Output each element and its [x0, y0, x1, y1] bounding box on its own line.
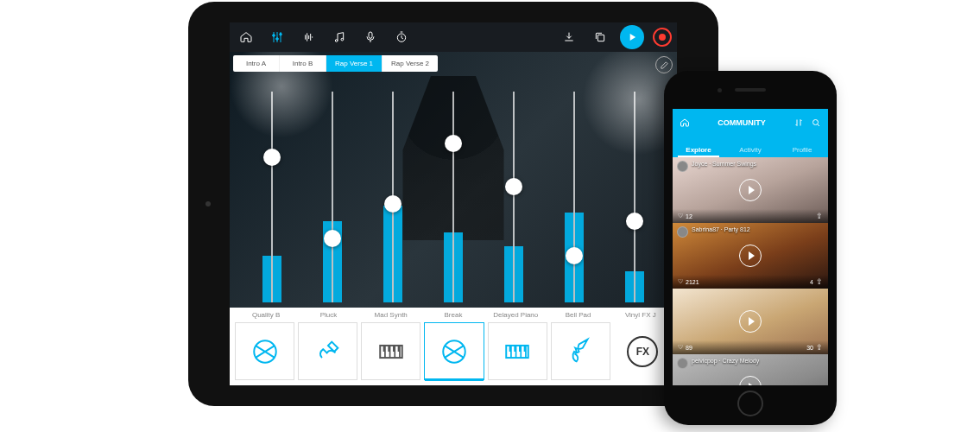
section-tab[interactable]: Rap Verse 2	[383, 55, 438, 72]
play-button[interactable]	[620, 25, 644, 49]
section-tabs: Intro AIntro BRap Verse 1Rap Verse 2	[233, 55, 438, 72]
mixer-channel	[363, 92, 423, 302]
level-meter	[504, 246, 523, 302]
keys-icon	[503, 337, 532, 366]
fader-knob[interactable]	[324, 230, 341, 247]
timer-icon[interactable]	[390, 26, 413, 48]
comment-count: 30	[806, 345, 813, 351]
phone-speaker	[735, 88, 766, 92]
home-icon[interactable]	[680, 118, 690, 128]
instrument-label: Break	[422, 311, 484, 319]
keys-icon	[376, 337, 406, 366]
level-meter	[444, 232, 463, 302]
community-tab[interactable]: Explore	[673, 146, 724, 157]
mixer-icon[interactable]	[266, 26, 288, 48]
level-meter	[625, 271, 644, 302]
share-icon[interactable]: ⇪	[816, 343, 823, 352]
mixer-channel	[484, 92, 544, 302]
instrument-label: Pluck	[297, 311, 359, 319]
avatar[interactable]	[677, 226, 688, 238]
fader-knob[interactable]	[626, 213, 643, 230]
section-tab[interactable]: Rap Verse 1	[326, 55, 383, 72]
music-note-icon[interactable]	[328, 26, 351, 48]
level-meter	[383, 206, 402, 302]
like-count: 89	[686, 345, 692, 351]
heart-icon[interactable]: ♡	[678, 213, 683, 219]
svg-point-8	[813, 120, 819, 125]
fader-knob[interactable]	[445, 135, 462, 152]
mixer-channel	[423, 92, 484, 302]
section-tab[interactable]: Intro A	[233, 55, 280, 72]
community-app: COMMUNITY ExploreActivityProfile Joyce ·…	[673, 109, 828, 385]
heart-icon[interactable]: ♡	[678, 344, 683, 351]
svg-point-4	[341, 38, 344, 41]
download-icon[interactable]	[558, 26, 580, 48]
svg-point-2	[280, 33, 282, 35]
sort-icon[interactable]	[793, 118, 804, 128]
instrument-button[interactable]	[551, 322, 610, 380]
share-icon[interactable]: ⇪	[816, 212, 823, 220]
tablet-device: Intro AIntro BRap Verse 1Rap Verse 2 Qua…	[188, 2, 718, 406]
drum-icon	[439, 337, 469, 366]
community-tab[interactable]: Activity	[724, 146, 776, 157]
fx-button[interactable]: FX	[614, 322, 672, 380]
fader-knob[interactable]	[505, 178, 522, 195]
instrument-button[interactable]	[424, 322, 484, 380]
instrument-button[interactable]	[488, 322, 547, 380]
play-overlay-icon[interactable]	[739, 310, 762, 333]
phone-home-button[interactable]	[737, 391, 763, 416]
svg-rect-5	[369, 32, 372, 38]
feed-stats: ♡21214⇪	[673, 275, 828, 289]
feed-item[interactable]: Joyce · Summer Swings♡12⇪	[673, 157, 828, 223]
search-icon[interactable]	[811, 118, 821, 128]
feed-title: Sabrina87 · Party 812	[692, 226, 750, 232]
like-count: 2121	[686, 279, 699, 285]
instrument-button[interactable]	[298, 322, 357, 380]
heart-icon[interactable]: ♡	[678, 278, 683, 285]
record-button[interactable]	[653, 28, 672, 47]
drum-icon	[250, 337, 280, 366]
duplicate-icon[interactable]	[589, 26, 611, 48]
comment-count: 4	[810, 279, 813, 285]
share-icon[interactable]: ⇪	[816, 277, 823, 286]
home-icon[interactable]	[235, 26, 257, 48]
feed-item[interactable]: Sabrina87 · Party 812♡21214⇪	[673, 223, 828, 289]
play-overlay-icon[interactable]	[739, 179, 762, 201]
feed-item[interactable]: pelvicpop · Crazy Melody	[673, 354, 828, 385]
svg-rect-7	[597, 35, 604, 41]
community-feed: Joyce · Summer Swings♡12⇪Sabrina87 · Par…	[673, 157, 828, 385]
mixer-channel	[544, 92, 604, 302]
guitar-icon	[313, 337, 343, 366]
feed-item[interactable]: ♡8930⇪	[673, 289, 828, 354]
svg-point-0	[273, 35, 275, 37]
music-app: Intro AIntro BRap Verse 1Rap Verse 2 Qua…	[230, 22, 677, 385]
mixer-stage: Intro AIntro BRap Verse 1Rap Verse 2	[230, 52, 677, 308]
play-overlay-icon[interactable]	[739, 245, 762, 267]
phone-header: COMMUNITY	[673, 109, 828, 137]
fader-knob[interactable]	[384, 195, 401, 213]
community-tabs: ExploreActivityProfile	[673, 137, 828, 157]
instrument-label: Mad Synth	[360, 311, 422, 319]
mic-icon[interactable]	[359, 26, 382, 48]
section-tab[interactable]: Intro B	[280, 55, 326, 72]
mixer-channel	[604, 92, 665, 302]
fader-knob[interactable]	[566, 247, 583, 264]
avatar[interactable]	[677, 358, 688, 369]
waveform-icon[interactable]	[297, 26, 319, 48]
mixer-channel	[242, 92, 302, 302]
instrument-strip: Quality BPluckMad SynthBreakDelayed Pian…	[230, 308, 677, 385]
fader-knob[interactable]	[263, 149, 281, 166]
avatar[interactable]	[677, 161, 688, 172]
mixer-channels	[242, 92, 665, 302]
instrument-button[interactable]	[235, 322, 294, 380]
feed-stats: ♡12⇪	[673, 209, 828, 223]
edit-sections-button[interactable]	[655, 56, 673, 73]
feed-title: pelvicpop · Crazy Melody	[692, 358, 759, 364]
community-tab[interactable]: Profile	[776, 146, 828, 157]
phone-device: COMMUNITY ExploreActivityProfile Joyce ·…	[664, 71, 837, 425]
fx-icon: FX	[627, 336, 658, 367]
instrument-button[interactable]	[361, 322, 420, 380]
feed-title: Joyce · Summer Swings	[692, 161, 756, 167]
instrument-label: Quality B	[235, 311, 297, 319]
violin-icon	[566, 337, 595, 366]
